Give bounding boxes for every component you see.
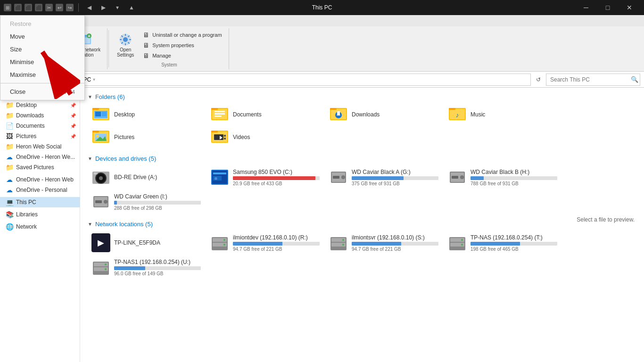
folder-downloads[interactable]: Downloads bbox=[325, 104, 442, 125]
wd-g-icon bbox=[329, 168, 348, 187]
network-tplink[interactable]: ▶ TP-LINK_E5F9DA bbox=[88, 231, 205, 254]
network-section-header[interactable]: ▼ Network locations (5) bbox=[88, 221, 636, 228]
sidebar-item-onedrive-personal[interactable]: ☁ OneDrive - Personal bbox=[0, 185, 80, 195]
nas-u-info: TP-NAS1 (192.168.0.254) (U:) 96.0 GB fre… bbox=[114, 259, 201, 276]
svg-rect-26 bbox=[215, 115, 222, 117]
ribbon-group-system: OpenSettings 🖥 Uninstall or change a pro… bbox=[110, 28, 229, 69]
tb-icon-2[interactable]: ⬛ bbox=[14, 4, 22, 11]
nas-s-icon bbox=[329, 233, 348, 252]
wd-h-icon bbox=[448, 168, 467, 187]
svg-point-70 bbox=[104, 200, 107, 204]
sidebar-item-network[interactable]: 🌐 Network bbox=[0, 222, 80, 232]
folder-documents-label: Documents bbox=[233, 111, 262, 118]
svg-point-14 bbox=[123, 37, 128, 42]
main-layout: ▼ ★ Quick access 📁 Desktop 📌 📁 Downloads… bbox=[0, 88, 644, 362]
svg-rect-19 bbox=[95, 112, 101, 116]
drive-samsung-c[interactable]: ⊞ Samsung 850 EVO (C:) 20.9 GB free of 4… bbox=[206, 166, 323, 189]
address-path[interactable]: 💻 This PC ▾ bbox=[57, 74, 531, 86]
ctx-minimise[interactable]: Minimise bbox=[0, 56, 84, 68]
sidebar-onedrive3-label: OneDrive - Personal bbox=[16, 187, 67, 193]
sidebar-item-libraries[interactable]: 📚 Libraries bbox=[0, 209, 80, 220]
ctx-move[interactable]: Move bbox=[0, 30, 84, 43]
nas-r-bar-container bbox=[233, 242, 320, 246]
back-button[interactable]: ◀ bbox=[83, 2, 95, 13]
tb-icon-1[interactable]: ⊞ bbox=[4, 4, 11, 11]
folder-desktop-label: Desktop bbox=[114, 111, 135, 118]
folder-videos[interactable]: Videos bbox=[206, 127, 323, 148]
desktop-pin-icon: 📌 bbox=[70, 103, 76, 108]
maximize-button[interactable]: □ bbox=[597, 0, 619, 15]
folders-section-header[interactable]: ▼ Folders (6) bbox=[88, 93, 636, 100]
samsung-bar-container bbox=[233, 176, 320, 180]
network-icon: 🌐 bbox=[6, 223, 13, 230]
svg-rect-32 bbox=[337, 111, 340, 115]
ctx-maximise[interactable]: Maximise bbox=[0, 68, 84, 81]
folder-pictures[interactable]: Pictures bbox=[88, 127, 205, 148]
drive-wd-g[interactable]: WD Caviar Black A (G:) 375 GB free of 93… bbox=[325, 166, 442, 189]
svg-point-75 bbox=[223, 239, 225, 241]
wd-i-info: WD Caviar Green (I:) 288 GB free of 298 … bbox=[114, 193, 201, 211]
svg-rect-24 bbox=[215, 111, 225, 112]
ctx-size[interactable]: Size bbox=[0, 43, 84, 56]
nas-t-bar bbox=[471, 242, 520, 246]
close-button[interactable]: ✕ bbox=[619, 0, 640, 15]
refresh-button[interactable]: ↺ bbox=[533, 74, 544, 85]
manage-button[interactable]: 🖥 Manage bbox=[139, 51, 224, 60]
network-ilmiontsvr-s[interactable]: ilmiontsvr (192.168.0.10) (S:) 94.7 GB f… bbox=[325, 231, 442, 254]
network-ilmiontdev-r[interactable]: ilmiontdev (192.168.0.10) (R:) 94.7 GB f… bbox=[206, 231, 323, 254]
drive-wd-i[interactable]: WD Caviar Green (I:) 288 GB free of 298 … bbox=[88, 190, 205, 213]
folder-desktop[interactable]: Desktop bbox=[88, 104, 205, 125]
wd-g-bar bbox=[352, 176, 404, 180]
sidebar-item-desktop[interactable]: 📁 Desktop 📌 bbox=[0, 100, 80, 110]
uninstall-program-button[interactable]: 🖥 Uninstall or change a program bbox=[139, 30, 224, 40]
ctx-restore[interactable]: Restore bbox=[0, 17, 84, 30]
sidebar-onedrive1-label: OneDrive - Heron We... bbox=[16, 154, 75, 160]
tb-icon-5[interactable]: ✂ bbox=[45, 4, 53, 11]
tplink-info: TP-LINK_E5F9DA bbox=[114, 239, 201, 246]
search-input[interactable] bbox=[546, 74, 640, 86]
network-chevron-icon: ▼ bbox=[88, 222, 92, 227]
drives-grid: BD BD-RE Drive (A:) bbox=[88, 166, 636, 213]
nas-u-label: TP-NAS1 (192.168.0.254) (U:) bbox=[114, 259, 201, 265]
drives-section-header[interactable]: ▼ Devices and drives (5) bbox=[88, 155, 636, 162]
wd-i-free: 288 GB free of 298 GB bbox=[114, 206, 201, 211]
tb-icon-3[interactable]: ⬛ bbox=[25, 4, 32, 11]
forward-button[interactable]: ▶ bbox=[98, 2, 109, 13]
sidebar-item-onedrive-heron-we[interactable]: ☁ OneDrive - Heron We... bbox=[0, 152, 80, 162]
sidebar-item-onedrive-heron[interactable]: ☁ OneDrive - Heron Web bbox=[0, 174, 80, 185]
tb-icon-6[interactable]: ↩ bbox=[56, 4, 63, 11]
up-button[interactable]: ▲ bbox=[126, 2, 137, 13]
recent-locations-button[interactable]: ▾ bbox=[112, 2, 123, 13]
ctx-close[interactable]: Close Alt+F4 bbox=[0, 85, 84, 98]
sidebar-item-downloads[interactable]: 📁 Downloads 📌 bbox=[0, 110, 80, 121]
network-tpnas-t[interactable]: TP-NAS (192.168.0.254) (T:) 198 GB free … bbox=[444, 231, 561, 254]
sidebar-item-pictures[interactable]: 🖼 Pictures 📌 bbox=[0, 131, 80, 141]
tb-icon-4[interactable]: ⬛ bbox=[35, 4, 42, 11]
documents-folder-icon: 📄 bbox=[6, 122, 13, 130]
svg-rect-63 bbox=[333, 176, 339, 179]
onedrive1-icon: ☁ bbox=[6, 153, 13, 161]
onedrive2-icon: ☁ bbox=[6, 176, 13, 183]
minimize-button[interactable]: ─ bbox=[575, 0, 597, 15]
sidebar-item-heron-web-social[interactable]: 📁 Heron Web Social bbox=[0, 141, 80, 152]
tb-icon-7[interactable]: ↪ bbox=[66, 4, 74, 11]
folder-music[interactable]: ♪ Music bbox=[444, 104, 561, 125]
drive-bd-re[interactable]: BD BD-RE Drive (A:) bbox=[88, 166, 205, 189]
sidebar-item-this-pc[interactable]: 💻 This PC bbox=[0, 197, 80, 207]
sidebar-item-documents[interactable]: 📄 Documents 📌 bbox=[0, 121, 80, 131]
sidebar-libraries-label: Libraries bbox=[16, 211, 38, 218]
content-area: ▼ Folders (6) Desktop bbox=[80, 88, 644, 290]
network-tpnas1-u[interactable]: TP-NAS1 (192.168.0.254) (U:) 96.0 GB fre… bbox=[88, 256, 205, 279]
sidebar-item-saved-pictures[interactable]: 📁 Saved Pictures bbox=[0, 162, 80, 173]
svg-rect-45 bbox=[211, 131, 218, 132]
open-settings-button[interactable]: OpenSettings bbox=[114, 30, 137, 59]
sidebar-onedrive2-label: OneDrive - Heron Web bbox=[16, 176, 74, 183]
system-properties-button[interactable]: 🖥 System properties bbox=[139, 41, 224, 50]
ctx-maximise-label: Maximise bbox=[10, 71, 36, 78]
search-icon[interactable]: 🔍 bbox=[631, 76, 638, 83]
svg-rect-48 bbox=[224, 135, 226, 137]
nas-u-bar bbox=[114, 266, 145, 270]
videos-icon bbox=[210, 129, 229, 146]
drive-wd-h[interactable]: WD Caviar Black B (H:) 788 GB free of 93… bbox=[444, 166, 561, 189]
folder-documents[interactable]: Documents bbox=[206, 104, 323, 125]
